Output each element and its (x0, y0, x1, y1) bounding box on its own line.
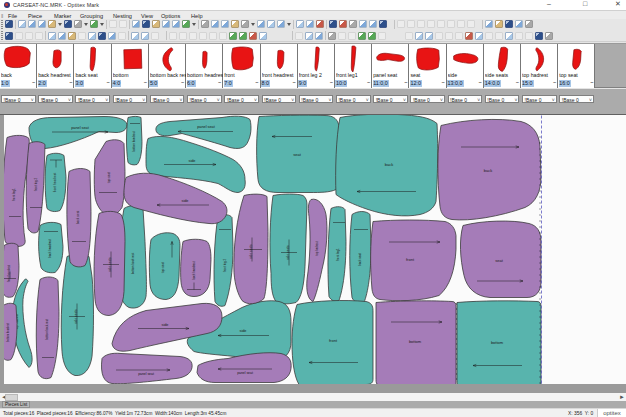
svg-text:seat: seat (495, 257, 503, 262)
svg-text:back headrest: back headrest (192, 261, 196, 279)
svg-text:front leg1: front leg1 (12, 187, 16, 200)
svg-text:seat: seat (293, 151, 301, 156)
svg-text:panel seat: panel seat (237, 370, 253, 374)
svg-text:top hadrest: top hadrest (315, 241, 319, 255)
svg-text:panel seat: panel seat (138, 371, 154, 375)
svg-text:front leg 2: front leg 2 (223, 258, 227, 272)
svg-text:top seat: top seat (161, 261, 165, 272)
svg-text:side: side (182, 198, 189, 202)
svg-text:bottom headrest: bottom headrest (6, 322, 10, 341)
svg-text:back headrest: back headrest (48, 238, 52, 257)
svg-text:front leg 2: front leg 2 (34, 177, 38, 191)
svg-text:panel seat: panel seat (71, 125, 89, 129)
svg-text:back seat: back seat (76, 210, 80, 224)
svg-text:side: side (189, 158, 196, 162)
svg-text:front: front (329, 337, 338, 342)
svg-text:side: side (162, 322, 169, 326)
svg-text:bottom: bottom (491, 339, 504, 344)
svg-text:back seat: back seat (358, 252, 362, 265)
svg-text:bottom back rest: bottom back rest (45, 318, 49, 339)
svg-text:top seat: top seat (107, 171, 111, 182)
svg-text:front: front (406, 256, 415, 261)
svg-text:front headrest: front headrest (53, 172, 57, 192)
svg-text:bottom back rest: bottom back rest (131, 252, 135, 274)
svg-text:panel seat: panel seat (197, 124, 215, 128)
svg-text:bottom headrest: bottom headrest (132, 131, 136, 151)
svg-text:front leg1: front leg1 (336, 247, 340, 260)
svg-text:side seats: side seats (249, 243, 253, 258)
svg-text:back: back (385, 161, 393, 166)
svg-text:back: back (484, 167, 492, 172)
svg-text:front headrest: front headrest (7, 264, 11, 281)
svg-text:bottom: bottom (409, 338, 422, 343)
svg-text:side: side (240, 328, 247, 332)
